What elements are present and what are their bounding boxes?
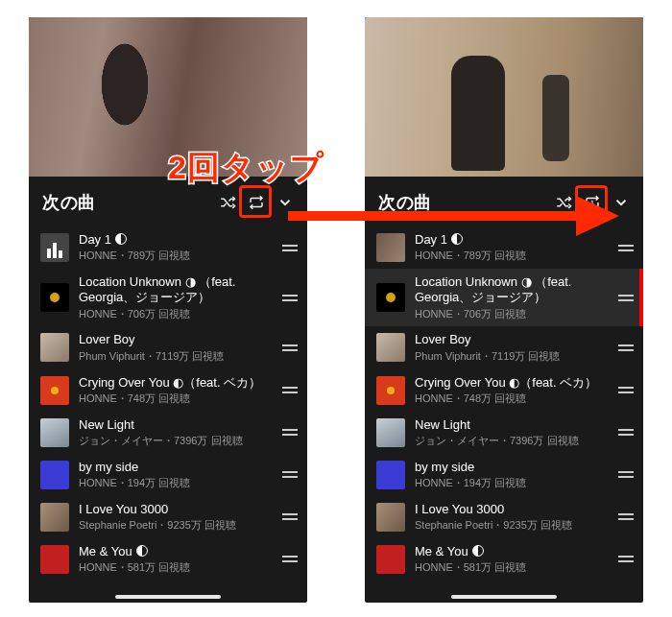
track-row[interactable]: Crying Over You ◐（feat. ベカ）HONNE・748万 回視… — [29, 369, 307, 412]
track-info: I Love You 3000Stephanie Poetri・9235万 回視… — [415, 502, 607, 533]
track-title: by my side — [79, 460, 271, 475]
track-thumbnail — [376, 418, 405, 447]
track-title: Lover Boy — [415, 332, 607, 347]
track-row[interactable]: New Lightジョン・メイヤー・7396万 回視聴 — [365, 412, 643, 454]
track-subtitle: Stephanie Poetri・9235万 回視聴 — [415, 518, 607, 533]
track-row[interactable]: Day 1HONNE・789万 回視聴 — [29, 226, 307, 269]
track-row[interactable]: by my sideHONNE・194万 回視聴 — [365, 454, 643, 496]
home-indicator[interactable] — [115, 595, 221, 599]
track-list: Day 1HONNE・789万 回視聴Location Unknown ◑ （f… — [29, 226, 307, 581]
track-title: I Love You 3000 — [415, 502, 607, 517]
track-row[interactable]: Me & YouHONNE・581万 回視聴 — [365, 538, 643, 581]
track-subtitle: HONNE・706万 回視聴 — [79, 307, 271, 321]
drag-handle-icon[interactable] — [280, 429, 300, 436]
track-row[interactable]: Location Unknown ◑ （feat. Georgia、ジョージア）… — [365, 269, 643, 326]
drag-handle-icon[interactable] — [616, 295, 636, 301]
track-info: Day 1HONNE・789万 回視聴 — [415, 232, 607, 263]
drag-handle-icon[interactable] — [616, 429, 636, 436]
track-subtitle: HONNE・194万 回視聴 — [79, 476, 271, 490]
shuffle-icon[interactable] — [215, 190, 240, 215]
drag-handle-icon[interactable] — [280, 245, 300, 251]
track-title: by my side — [415, 460, 607, 475]
track-thumbnail — [40, 333, 69, 362]
track-info: I Love You 3000Stephanie Poetri・9235万 回視… — [79, 502, 271, 533]
track-list: Day 1HONNE・789万 回視聴Location Unknown ◑ （f… — [365, 226, 643, 581]
track-row[interactable]: New Lightジョン・メイヤー・7396万 回視聴 — [29, 412, 307, 454]
track-row[interactable]: by my sideHONNE・194万 回視聴 — [29, 454, 307, 496]
annotation-arrow — [288, 202, 619, 230]
track-subtitle: HONNE・748万 回視聴 — [79, 392, 271, 406]
drag-handle-icon[interactable] — [280, 344, 300, 351]
track-subtitle: HONNE・789万 回視聴 — [415, 249, 607, 263]
track-info: Location Unknown ◑ （feat. Georgia、ジョージア）… — [79, 274, 271, 320]
track-subtitle: HONNE・581万 回視聴 — [79, 560, 271, 575]
drag-handle-icon[interactable] — [280, 513, 300, 520]
track-title: Day 1 — [79, 232, 271, 248]
phone-left: 次の曲 Day 1HONNE・789万 回視聴Location Unknown … — [29, 17, 307, 603]
drag-handle-icon[interactable] — [280, 471, 300, 478]
track-row[interactable]: Lover BoyPhum Viphurit・7119万 回視聴 — [29, 326, 307, 368]
track-info: New Lightジョン・メイヤー・7396万 回視聴 — [415, 417, 607, 448]
track-row[interactable]: Lover BoyPhum Viphurit・7119万 回視聴 — [365, 326, 643, 368]
track-info: New Lightジョン・メイヤー・7396万 回視聴 — [79, 417, 271, 448]
drag-handle-icon[interactable] — [280, 387, 300, 393]
annotation-label: 2回タップ — [168, 146, 324, 190]
queue-title: 次の曲 — [42, 191, 211, 214]
drag-handle-icon[interactable] — [616, 513, 636, 520]
track-subtitle: ジョン・メイヤー・7396万 回視聴 — [415, 434, 607, 448]
track-title: I Love You 3000 — [79, 502, 271, 517]
home-indicator[interactable] — [451, 595, 557, 599]
drag-handle-icon[interactable] — [616, 556, 636, 562]
track-subtitle: HONNE・194万 回視聴 — [415, 476, 607, 490]
repeat-icon[interactable] — [244, 190, 269, 215]
track-thumbnail — [40, 376, 69, 405]
track-subtitle: HONNE・706万 回視聴 — [415, 307, 607, 321]
track-thumbnail — [40, 461, 69, 489]
track-thumbnail — [376, 333, 405, 362]
drag-handle-icon[interactable] — [616, 245, 636, 251]
video-player[interactable] — [365, 17, 643, 177]
track-thumbnail — [376, 233, 405, 262]
track-thumbnail — [376, 545, 405, 574]
track-subtitle: HONNE・581万 回視聴 — [415, 560, 607, 575]
track-subtitle: HONNE・789万 回視聴 — [79, 249, 271, 263]
track-title: Me & You — [415, 544, 607, 559]
track-row[interactable]: Location Unknown ◑ （feat. Georgia、ジョージア）… — [29, 269, 307, 326]
phone-right: 次の曲 1 Day 1HONNE・789万 回視聴Location Unknow… — [365, 17, 643, 603]
track-thumbnail — [40, 418, 69, 447]
track-info: Crying Over You ◐（feat. ベカ）HONNE・748万 回視… — [79, 375, 271, 406]
track-info: by my sideHONNE・194万 回視聴 — [415, 460, 607, 490]
track-title: Location Unknown ◑ （feat. Georgia、ジョージア） — [415, 274, 607, 306]
track-subtitle: HONNE・748万 回視聴 — [415, 392, 607, 406]
track-info: Location Unknown ◑ （feat. Georgia、ジョージア）… — [415, 274, 607, 320]
track-row[interactable]: Crying Over You ◐（feat. ベカ）HONNE・748万 回視… — [365, 369, 643, 412]
track-info: Lover BoyPhum Viphurit・7119万 回視聴 — [79, 332, 271, 363]
track-thumbnail — [40, 503, 69, 532]
drag-handle-icon[interactable] — [280, 295, 300, 301]
track-row[interactable]: I Love You 3000Stephanie Poetri・9235万 回視… — [29, 496, 307, 538]
drag-handle-icon[interactable] — [616, 387, 636, 393]
track-thumbnail — [376, 503, 405, 532]
track-subtitle: Stephanie Poetri・9235万 回視聴 — [79, 518, 271, 533]
track-row[interactable]: I Love You 3000Stephanie Poetri・9235万 回視… — [365, 496, 643, 538]
track-title: Lover Boy — [79, 332, 271, 347]
track-row[interactable]: Me & YouHONNE・581万 回視聴 — [29, 538, 307, 581]
track-info: Me & YouHONNE・581万 回視聴 — [79, 544, 271, 575]
track-info: Crying Over You ◐（feat. ベカ）HONNE・748万 回視… — [415, 375, 607, 406]
drag-handle-icon[interactable] — [616, 471, 636, 478]
track-title: Location Unknown ◑ （feat. Georgia、ジョージア） — [79, 274, 271, 306]
track-subtitle: Phum Viphurit・7119万 回視聴 — [79, 349, 271, 364]
drag-handle-icon[interactable] — [280, 556, 300, 562]
track-info: Lover BoyPhum Viphurit・7119万 回視聴 — [415, 332, 607, 363]
track-title: Me & You — [79, 544, 271, 559]
track-title: Crying Over You ◐（feat. ベカ） — [79, 375, 271, 391]
track-title: New Light — [79, 417, 271, 433]
drag-handle-icon[interactable] — [616, 344, 636, 351]
track-thumbnail — [376, 461, 405, 489]
track-subtitle: ジョン・メイヤー・7396万 回視聴 — [79, 434, 271, 448]
track-thumbnail — [40, 283, 69, 312]
track-title: New Light — [415, 417, 607, 433]
track-info: Me & YouHONNE・581万 回視聴 — [415, 544, 607, 575]
track-subtitle: Phum Viphurit・7119万 回視聴 — [415, 349, 607, 364]
track-thumbnail — [376, 283, 405, 312]
